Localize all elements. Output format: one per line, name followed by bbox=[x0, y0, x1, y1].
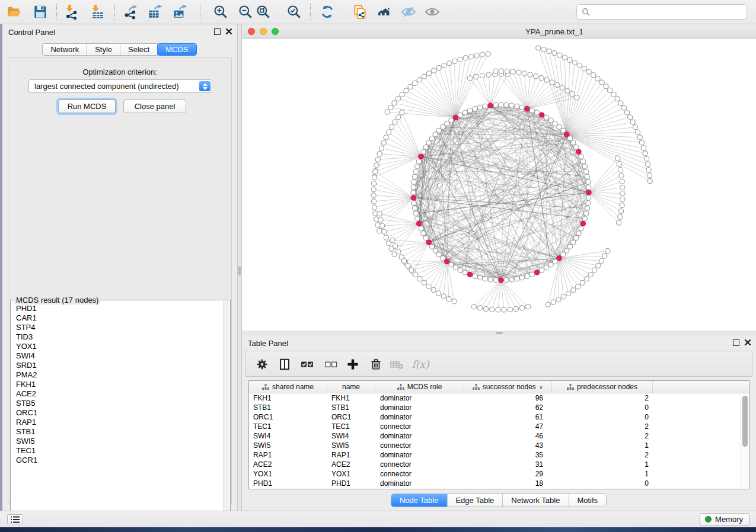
mcds-result-item[interactable]: STP4 bbox=[11, 323, 222, 332]
table-row[interactable]: STB1 STB1 dominator 62 0 bbox=[249, 403, 749, 412]
open-session-button[interactable] bbox=[4, 2, 24, 22]
close-panel-button[interactable]: Close panel bbox=[123, 100, 186, 113]
tab-edge-table[interactable]: Edge Table bbox=[446, 494, 502, 507]
close-panel-icon[interactable] bbox=[225, 28, 232, 35]
save-session-button[interactable] bbox=[30, 2, 50, 22]
float-panel-icon[interactable] bbox=[733, 339, 739, 346]
criterion-select[interactable]: largest connected component (undirected) bbox=[28, 79, 212, 93]
zoom-in-button[interactable] bbox=[210, 2, 231, 22]
table-settings-button[interactable] bbox=[253, 355, 271, 373]
table-row[interactable]: ACE2 ACE2 connector 31 1 bbox=[249, 460, 749, 469]
table-row[interactable]: RAP1 RAP1 dominator 35 2 bbox=[249, 450, 749, 460]
clone-network-button[interactable] bbox=[350, 2, 370, 22]
memory-button[interactable]: Memory bbox=[700, 513, 749, 525]
column-header-mcds-role[interactable]: MCDS role bbox=[375, 381, 464, 393]
import-network-button[interactable] bbox=[61, 2, 81, 22]
column-header-successor-nodes[interactable]: successor nodes ∨ bbox=[464, 381, 552, 393]
zoom-selected-icon bbox=[286, 4, 302, 20]
toolbar-separator bbox=[200, 4, 200, 20]
mcds-result-item[interactable]: TEC1 bbox=[11, 446, 222, 456]
sort-descending-icon[interactable]: ∨ bbox=[539, 384, 543, 390]
mcds-result-item[interactable]: FKH1 bbox=[11, 380, 222, 389]
table-toolbar: f(x) bbox=[245, 351, 752, 377]
mcds-result-item[interactable]: GCR1 bbox=[11, 456, 222, 465]
export-table-button[interactable] bbox=[145, 2, 165, 22]
export-network-button[interactable] bbox=[120, 2, 141, 22]
mcds-list-scrollbar[interactable] bbox=[223, 301, 229, 519]
function-builder-button[interactable]: f(x) bbox=[412, 355, 429, 373]
mcds-result-item[interactable]: SRD1 bbox=[11, 361, 222, 370]
delete-table-button[interactable] bbox=[388, 355, 406, 373]
mcds-result-item[interactable]: ORC1 bbox=[11, 408, 222, 418]
vertical-splitter-handle[interactable] bbox=[238, 266, 241, 275]
cell-shared-name: RAP1 bbox=[249, 450, 327, 460]
mcds-result-item[interactable]: STB5 bbox=[11, 399, 222, 408]
select-all-columns-button[interactable] bbox=[298, 355, 316, 373]
vertical-splitter[interactable] bbox=[237, 24, 242, 511]
tab-motifs[interactable]: Motifs bbox=[568, 494, 606, 507]
export-image-button[interactable] bbox=[170, 2, 190, 22]
window-close-icon[interactable] bbox=[248, 28, 255, 35]
cell-mcds-role: dominator bbox=[375, 479, 464, 488]
window-minimize-icon[interactable] bbox=[260, 28, 267, 35]
tab-style[interactable]: Style bbox=[87, 43, 120, 56]
cell-name: SWI5 bbox=[327, 441, 375, 450]
mcds-result-item[interactable]: PMA2 bbox=[11, 370, 222, 380]
unselect-all-columns-button[interactable] bbox=[322, 355, 340, 373]
close-panel-icon[interactable] bbox=[744, 339, 751, 346]
cell-successor-nodes: 43 bbox=[464, 441, 552, 450]
table-row[interactable]: TEC1 TEC1 connector 47 2 bbox=[249, 422, 749, 431]
main-toolbar bbox=[0, 0, 756, 24]
tab-select[interactable]: Select bbox=[120, 43, 158, 56]
show-columns-button[interactable] bbox=[276, 355, 294, 373]
mcds-result-title: MCDS result (17 nodes) bbox=[14, 296, 100, 305]
create-column-button[interactable] bbox=[344, 355, 362, 373]
cell-successor-nodes: 62 bbox=[464, 403, 552, 412]
mcds-result-item[interactable]: SWI5 bbox=[11, 437, 222, 446]
hide-selected-button[interactable] bbox=[398, 2, 419, 22]
network-graph-canvas[interactable] bbox=[242, 39, 756, 331]
table-scrollbar-thumb[interactable] bbox=[742, 396, 748, 447]
tab-mcds[interactable]: MCDS bbox=[157, 43, 196, 56]
task-history-button[interactable] bbox=[7, 514, 23, 524]
mcds-result-item[interactable]: ACE2 bbox=[11, 389, 222, 399]
tab-node-table[interactable]: Node Table bbox=[391, 494, 447, 507]
show-all-button[interactable] bbox=[422, 2, 442, 22]
apply-layout-button[interactable] bbox=[317, 2, 337, 22]
search-input[interactable] bbox=[594, 6, 747, 18]
float-panel-icon[interactable] bbox=[214, 28, 221, 35]
mcds-result-item[interactable]: CAR1 bbox=[11, 313, 222, 323]
refresh-icon bbox=[320, 4, 335, 20]
column-header-shared-name[interactable]: shared name bbox=[249, 381, 327, 393]
column-header-name[interactable]: name bbox=[327, 381, 375, 393]
horizontal-splitter[interactable] bbox=[242, 331, 756, 335]
table-row[interactable]: SWI4 SWI4 dominator 46 2 bbox=[249, 431, 749, 441]
zoom-out-button[interactable] bbox=[235, 2, 256, 22]
mcds-result-item[interactable]: TID3 bbox=[11, 332, 222, 342]
delete-column-button[interactable] bbox=[367, 355, 385, 373]
column-header-predecessor-nodes[interactable]: predecessor nodes bbox=[552, 381, 653, 393]
mcds-result-item[interactable]: STB1 bbox=[11, 427, 222, 437]
control-panel-tabbar: Network Style Select MCDS bbox=[2, 43, 237, 56]
table-row[interactable]: YOX1 YOX1 connector 29 1 bbox=[249, 469, 749, 479]
column-label: successor nodes bbox=[483, 383, 536, 391]
table-scrollbar[interactable] bbox=[741, 393, 748, 488]
mcds-result-item[interactable]: YOX1 bbox=[11, 342, 222, 351]
horizontal-splitter-handle[interactable] bbox=[496, 332, 503, 334]
mcds-result-item[interactable]: RAP1 bbox=[11, 418, 222, 427]
zoom-fit-button[interactable] bbox=[253, 2, 273, 22]
cell-shared-name: YOX1 bbox=[249, 469, 327, 479]
table-row[interactable]: SWI5 SWI5 connector 43 1 bbox=[249, 441, 749, 450]
run-mcds-button[interactable]: Run MCDS bbox=[58, 100, 116, 113]
tab-network-table[interactable]: Network Table bbox=[502, 494, 568, 507]
zoom-selected-button[interactable] bbox=[284, 2, 304, 22]
import-table-button[interactable] bbox=[87, 2, 107, 22]
table-row[interactable]: ORC1 ORC1 dominator 61 0 bbox=[249, 412, 749, 422]
table-row[interactable]: FKH1 FKH1 dominator 96 2 bbox=[249, 393, 749, 403]
window-zoom-icon[interactable] bbox=[272, 28, 279, 35]
mcds-result-item[interactable]: PHD1 bbox=[11, 304, 222, 313]
tab-network[interactable]: Network bbox=[42, 43, 87, 56]
mcds-result-item[interactable]: SWI4 bbox=[11, 351, 222, 361]
first-neighbors-button[interactable] bbox=[375, 2, 395, 22]
table-row[interactable]: PHD1 PHD1 dominator 18 0 bbox=[249, 479, 749, 488]
